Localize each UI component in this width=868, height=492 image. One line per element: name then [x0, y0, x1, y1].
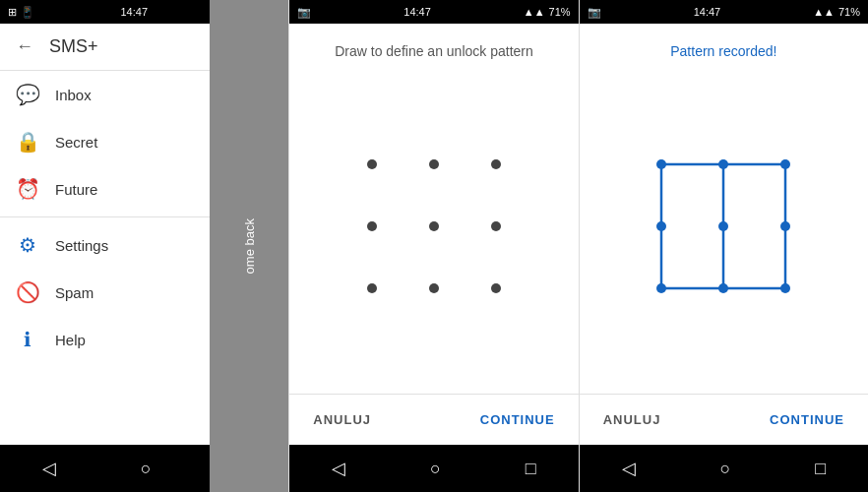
recent-btn-3[interactable]: □ — [815, 459, 826, 479]
grid-icon: ⊞ — [8, 6, 17, 19]
secret-label: Secret — [55, 134, 97, 151]
cam-icon-3: 📷 — [588, 6, 601, 19]
status-left-1: ⊞ 📱 — [8, 6, 34, 19]
spam-label: Spam — [55, 284, 93, 301]
dot-2-tl — [367, 159, 377, 169]
dot-2-mc — [429, 221, 439, 231]
cam-icon-2: 📷 — [297, 6, 311, 19]
pattern-buttons-3: ANULUJ CONTINUE — [580, 394, 868, 445]
home-btn-3[interactable]: ○ — [719, 459, 730, 479]
bottom-nav-2: ◁ ○ □ — [289, 445, 578, 492]
pattern-buttons-2: ANULUJ CONTINUE — [289, 394, 578, 445]
settings-icon: ⚙ — [16, 233, 39, 257]
continue-button-2[interactable]: CONTINUE — [480, 412, 555, 427]
dot-2-tr — [491, 159, 501, 169]
dot-3-bl — [656, 283, 666, 293]
signal-icon-3: ▲▲ — [813, 6, 835, 18]
signal-icon-2: ▲▲ — [524, 6, 545, 18]
recent-btn-2[interactable]: □ — [526, 459, 536, 479]
status-bar-3: 📷 14:47 ▲▲ 71% — [580, 0, 868, 24]
secret-icon: 🔒 — [16, 130, 39, 154]
status-icons-3: 📷 — [588, 6, 601, 19]
cancel-button-2[interactable]: ANULUJ — [313, 412, 371, 427]
phone-icon: 📱 — [21, 6, 34, 19]
inbox-label: Inbox — [55, 87, 92, 103]
panel-draw-pattern: 📷 14:47 ▲▲ 71% Draw to define an unlock … — [289, 0, 579, 492]
cancel-button-3[interactable]: ANULUJ — [603, 412, 661, 427]
dot-grid-2[interactable] — [345, 138, 523, 315]
back-btn-2[interactable]: ◁ — [332, 458, 345, 479]
time-3: 14:47 — [694, 6, 721, 18]
home-btn-1[interactable]: ○ — [141, 459, 152, 479]
status-right-3: ▲▲ 71% — [813, 6, 860, 18]
home-btn-2[interactable]: ○ — [430, 459, 441, 479]
dot-2-bc — [429, 283, 439, 293]
future-label: Future — [55, 181, 97, 198]
bottom-nav-3: ◁ ○ □ — [580, 445, 868, 492]
inbox-icon: 💬 — [16, 83, 39, 106]
dot-grid-3[interactable] — [635, 138, 812, 315]
dot-2-tc — [429, 159, 439, 169]
dot-3-tc — [718, 159, 728, 169]
pattern-title-3: Pattern recorded! — [580, 24, 868, 59]
pattern-title-2: Draw to define an unlock pattern — [289, 24, 578, 59]
panel-pattern-recorded: 📷 14:47 ▲▲ 71% Pattern recorded! — [580, 0, 868, 492]
continue-button-3[interactable]: CONTINUE — [770, 412, 844, 427]
dot-2-bl — [367, 283, 377, 293]
help-icon: ℹ — [16, 328, 39, 351]
dot-3-ml — [656, 221, 666, 231]
dot-3-mc — [718, 221, 728, 231]
back-icon[interactable]: ← — [16, 36, 33, 57]
dot-2-br — [491, 283, 501, 293]
status-right-2: ▲▲ 71% — [524, 6, 571, 18]
back-btn-3[interactable]: ◁ — [622, 458, 636, 479]
pattern-area-2 — [289, 59, 578, 394]
status-icons-2: 📷 — [297, 6, 311, 19]
future-icon: ⏰ — [16, 177, 39, 201]
help-label: Help — [55, 332, 86, 348]
overlay-text: ome back — [242, 218, 257, 274]
time-2: 14:47 — [403, 6, 431, 18]
dot-3-br — [780, 283, 790, 293]
dot-2-ml — [367, 221, 377, 231]
dot-3-bc — [718, 283, 728, 293]
dot-3-mr — [780, 221, 790, 231]
dot-3-tl — [656, 159, 666, 169]
dot-3-tr — [780, 159, 790, 169]
battery-2: 71% — [549, 6, 571, 18]
dot-2-mr — [491, 221, 501, 231]
settings-label: Settings — [55, 237, 108, 254]
pattern-area-3 — [580, 59, 868, 394]
spam-icon: 🚫 — [16, 280, 39, 304]
grey-overlay: ome back — [210, 0, 288, 492]
back-btn-1[interactable]: ◁ — [42, 458, 56, 479]
status-bar-2: 📷 14:47 ▲▲ 71% — [289, 0, 578, 24]
panel-sms-sidebar: ⊞ 📱 14:47 ▲▲ 71% ← SMS+ 🔔 💬 Inbox 🔒 Secr… — [0, 0, 289, 492]
time-1: 14:47 — [120, 6, 148, 18]
battery-3: 71% — [838, 6, 860, 18]
